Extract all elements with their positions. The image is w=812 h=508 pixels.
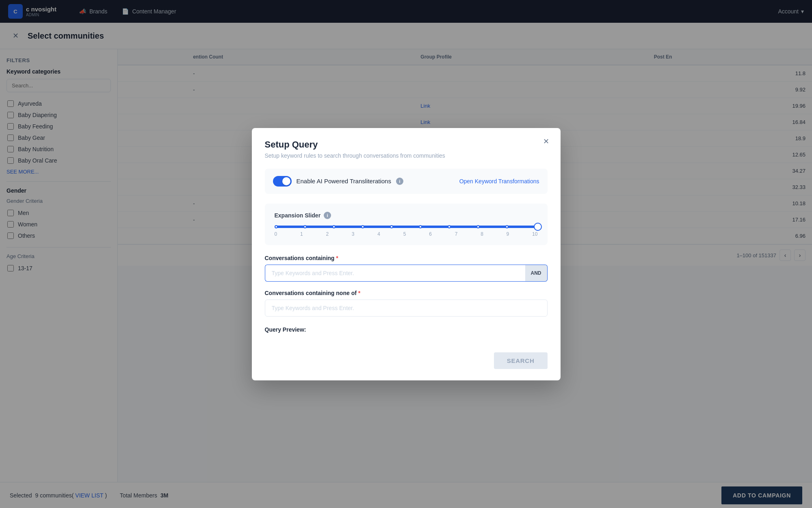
modal-subtitle: Setup keyword rules to search through co…	[265, 152, 548, 159]
and-badge: AND	[525, 265, 548, 282]
toggle-knob	[282, 177, 290, 185]
modal-header: Setup Query ✕ Setup keyword rules to sea…	[252, 128, 561, 159]
modal-overlay[interactable]: Setup Query ✕ Setup keyword rules to sea…	[0, 0, 812, 508]
slider-thumb[interactable]	[534, 223, 542, 231]
expansion-section: Expansion Slider i	[265, 204, 548, 245]
modal-title: Setup Query	[265, 139, 548, 150]
ai-toggle-label: Enable AI Powered Transliterations	[297, 178, 391, 185]
setup-query-modal: Setup Query ✕ Setup keyword rules to sea…	[252, 128, 561, 380]
ai-toggle-section: Enable AI Powered Transliterations i Ope…	[265, 169, 548, 194]
expansion-info-icon[interactable]: i	[324, 212, 331, 219]
required-star-2: *	[358, 290, 360, 296]
conv-none-label: Conversations containing none of *	[265, 290, 548, 296]
keywords-none-input[interactable]	[265, 300, 548, 317]
modal-footer: SEARCH	[265, 349, 548, 369]
slider-dots	[275, 225, 538, 228]
slider-track	[275, 226, 538, 228]
keywords-input[interactable]	[265, 265, 525, 282]
toggle-left: Enable AI Powered Transliterations i	[273, 176, 403, 187]
keyword-input-row: AND	[265, 265, 548, 282]
open-keyword-link[interactable]: Open Keyword Transformations	[459, 178, 539, 185]
search-button[interactable]: SEARCH	[494, 352, 548, 369]
conv-containing-label: Conversations containing *	[265, 255, 548, 261]
required-star-1: *	[336, 255, 338, 261]
slider-ticks: 0 1 2 3 4 5 6 7 8 9 10	[275, 231, 538, 237]
query-preview-label: Query Preview:	[265, 326, 548, 333]
modal-close-button[interactable]: ✕	[540, 135, 552, 148]
ai-info-icon[interactable]: i	[396, 178, 403, 185]
ai-toggle-switch[interactable]	[273, 176, 292, 187]
modal-body: Enable AI Powered Transliterations i Ope…	[252, 169, 561, 380]
expansion-label: Expansion Slider i	[275, 212, 538, 219]
